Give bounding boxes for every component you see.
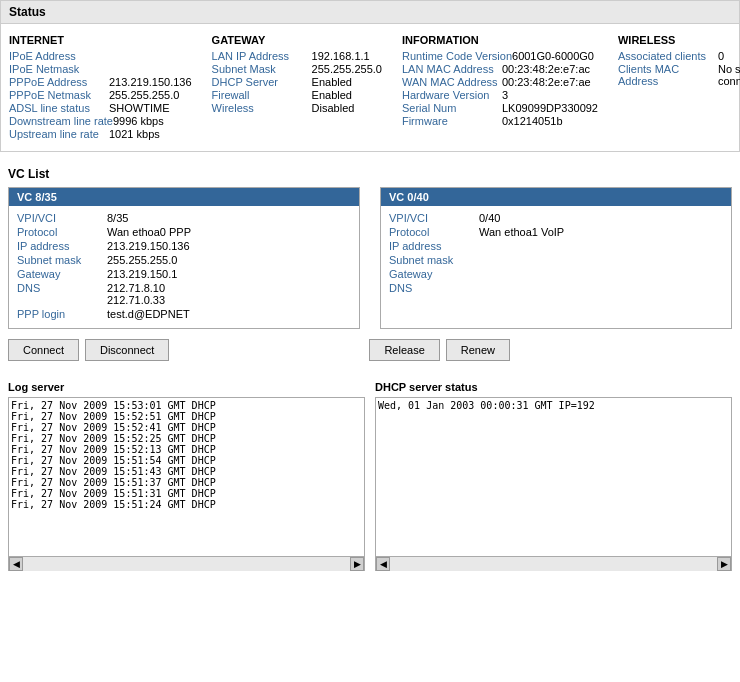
upstream-row: Upstream line rate 1021 kbps: [9, 128, 192, 140]
pppoe-address-value: 213.219.150.136: [109, 76, 192, 88]
lan-ip-value: 192.168.1.1: [312, 50, 370, 62]
hardware-value: 3: [502, 89, 508, 101]
vc1-gateway-value: 213.219.150.1: [107, 268, 177, 280]
wan-mac-row: WAN MAC Address 00:23:48:2e:e7:ae: [402, 76, 598, 88]
log-scroll-track: [23, 557, 350, 571]
serial-label: Serial Num: [402, 102, 502, 114]
dhcp-content-text: Wed, 01 Jan 2003 00:00:31 GMT IP=192: [376, 398, 731, 413]
vc2-protocol-label: Protocol: [389, 226, 479, 238]
ipoe-address-row: IPoE Address: [9, 50, 192, 62]
disconnect-button[interactable]: Disconnect: [85, 339, 169, 361]
log-server-title: Log server: [8, 381, 365, 393]
vc2-protocol-value: Wan ethoa1 VoIP: [479, 226, 564, 238]
vc1-ip-row: IP address 213.219.150.136: [17, 240, 351, 252]
dhcp-scrollbar[interactable]: ◀ ▶: [375, 557, 732, 571]
dhcp-scroll-left-btn[interactable]: ◀: [376, 557, 390, 571]
renew-button[interactable]: Renew: [446, 339, 510, 361]
log-scroll-right-btn[interactable]: ▶: [350, 557, 364, 571]
vc1-vpivci-value: 8/35: [107, 212, 128, 224]
dhcp-scroll-area[interactable]: Wed, 01 Jan 2003 00:00:31 GMT IP=192: [376, 398, 731, 556]
information-heading: INFORMATION: [402, 34, 598, 46]
subnet-mask-label: Subnet Mask: [212, 63, 312, 75]
dhcp-server-row: DHCP Server Enabled: [212, 76, 382, 88]
vc1-protocol-label: Protocol: [17, 226, 107, 238]
vc2-ip-row: IP address: [389, 240, 723, 252]
vc1-dns-label: DNS: [17, 282, 107, 306]
vc2-subnet-row: Subnet mask: [389, 254, 723, 266]
vc1-subnet-value: 255.255.255.0: [107, 254, 177, 266]
internet-heading: INTERNET: [9, 34, 192, 46]
vc1-body: VPI/VCI 8/35 Protocol Wan ethoa0 PPP IP …: [9, 206, 359, 328]
gateway-col: GATEWAY LAN IP Address 192.168.1.1 Subne…: [212, 34, 382, 141]
lan-mac-row: LAN MAC Address 00:23:48:2e:e7:ac: [402, 63, 598, 75]
information-col: INFORMATION Runtime Code Version 6001G0-…: [402, 34, 598, 141]
log-scroll-left-btn[interactable]: ◀: [9, 557, 23, 571]
log-lines: Fri, 27 Nov 2009 15:53:01 GMT DHCPFri, 2…: [9, 398, 364, 512]
wireless-heading: WIRELESS: [618, 34, 740, 46]
downstream-label: Downstream line rate: [9, 115, 113, 127]
log-scroll-area[interactable]: Fri, 27 Nov 2009 15:53:01 GMT DHCPFri, 2…: [9, 398, 364, 556]
dhcp-scroll-right-btn[interactable]: ▶: [717, 557, 731, 571]
firmware-row: Firmware 0x1214051b: [402, 115, 598, 127]
upstream-label: Upstream line rate: [9, 128, 109, 140]
vc1-ip-value: 213.219.150.136: [107, 240, 190, 252]
bottom-section: Log server Fri, 27 Nov 2009 15:53:01 GMT…: [0, 381, 740, 581]
hardware-label: Hardware Version: [402, 89, 502, 101]
adsl-status-label: ADSL line status: [9, 102, 109, 114]
pppoe-netmask-label: PPPoE Netmask: [9, 89, 109, 101]
log-panel: Log server Fri, 27 Nov 2009 15:53:01 GMT…: [8, 381, 365, 571]
adsl-status-value: SHOWTIME: [109, 102, 170, 114]
right-buttons: Release Renew: [369, 339, 510, 361]
firewall-value: Enabled: [312, 89, 352, 101]
log-content-area[interactable]: Fri, 27 Nov 2009 15:53:01 GMT DHCPFri, 2…: [8, 397, 365, 557]
left-buttons: Connect Disconnect: [8, 339, 169, 361]
dhcp-scroll-track: [390, 557, 717, 571]
lan-mac-value: 00:23:48:2e:e7:ac: [502, 63, 590, 75]
wireless-value: Disabled: [312, 102, 355, 114]
lan-ip-row: LAN IP Address 192.168.1.1: [212, 50, 382, 62]
vc1-subnet-row: Subnet mask 255.255.255.0: [17, 254, 351, 266]
vc2-subnet-label: Subnet mask: [389, 254, 479, 266]
hardware-row: Hardware Version 3: [402, 89, 598, 101]
assoc-clients-label: Associated clients: [618, 50, 718, 62]
gateway-heading: GATEWAY: [212, 34, 382, 46]
release-button[interactable]: Release: [369, 339, 439, 361]
vc2-vpivci-label: VPI/VCI: [389, 212, 479, 224]
vc1-gateway-row: Gateway 213.219.150.1: [17, 268, 351, 280]
downstream-value: 9996 kbps: [113, 115, 164, 127]
vc1-ppp-label: PPP login: [17, 308, 107, 320]
status-title: Status: [9, 5, 46, 19]
vc2-ip-label: IP address: [389, 240, 479, 252]
pppoe-address-row: PPPoE Address 213.219.150.136: [9, 76, 192, 88]
vc1-ppp-row: PPP login test.d@EDPNET: [17, 308, 351, 320]
pppoe-netmask-row: PPPoE Netmask 255.255.255.0: [9, 89, 192, 101]
pppoe-netmask-value: 255.255.255.0: [109, 89, 179, 101]
vc1-vpivci-label: VPI/VCI: [17, 212, 107, 224]
vc2-body: VPI/VCI 0/40 Protocol Wan ethoa1 VoIP IP…: [381, 206, 731, 302]
vc1-vpivci-row: VPI/VCI 8/35: [17, 212, 351, 224]
dhcp-title: DHCP server status: [375, 381, 732, 393]
ipoe-netmask-label: IPoE Netmask: [9, 63, 109, 75]
log-scrollbar[interactable]: ◀ ▶: [8, 557, 365, 571]
runtime-row: Runtime Code Version 6001G0-6000G0: [402, 50, 598, 62]
subnet-mask-value: 255.255.255.0: [312, 63, 382, 75]
vc2-vpivci-value: 0/40: [479, 212, 500, 224]
serial-value: LK09099DP330092: [502, 102, 598, 114]
firmware-value: 0x1214051b: [502, 115, 563, 127]
connect-button[interactable]: Connect: [8, 339, 79, 361]
vc1-ip-label: IP address: [17, 240, 107, 252]
downstream-row: Downstream line rate 9996 kbps: [9, 115, 192, 127]
vc1-header: VC 8/35: [9, 188, 359, 206]
wireless-col: WIRELESS Associated clients 0 Clients MA…: [618, 34, 740, 141]
vc2-box: VC 0/40 VPI/VCI 0/40 Protocol Wan ethoa1…: [380, 187, 732, 329]
dhcp-content-area[interactable]: Wed, 01 Jan 2003 00:00:31 GMT IP=192: [375, 397, 732, 557]
vc2-dns-label: DNS: [389, 282, 479, 294]
wan-mac-value: 00:23:48:2e:e7:ae: [502, 76, 591, 88]
assoc-clients-row: Associated clients 0: [618, 50, 740, 62]
vc2-dns-row: DNS: [389, 282, 723, 294]
vc-list-title: VC List: [8, 167, 732, 181]
clients-mac-value: No station connected: [718, 63, 740, 87]
ipoe-netmask-row: IPoE Netmask: [9, 63, 192, 75]
upstream-value: 1021 kbps: [109, 128, 160, 140]
dhcp-server-label: DHCP Server: [212, 76, 312, 88]
